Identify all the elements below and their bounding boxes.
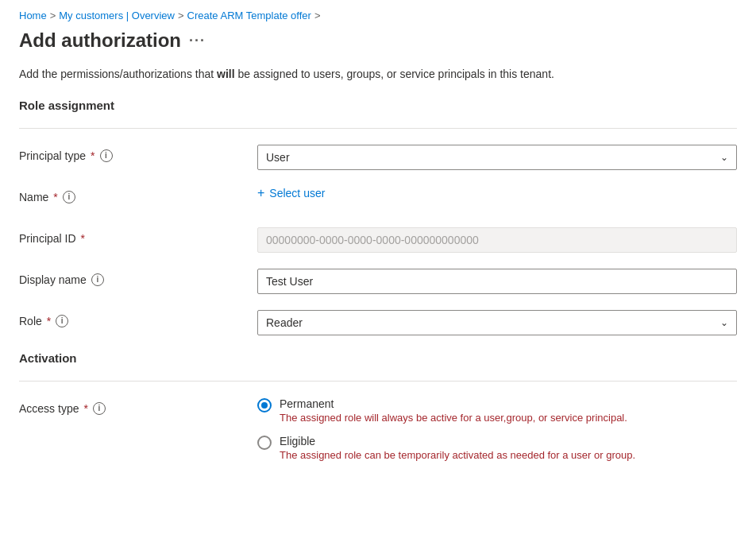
principal-type-label: Principal type xyxy=(19,149,86,162)
principal-id-field: 00000000-0000-0000-0000-000000000000 xyxy=(257,227,737,253)
access-type-label-col: Access type * i xyxy=(19,397,257,415)
role-info-icon[interactable]: i xyxy=(56,315,68,327)
page-title: Add authorization xyxy=(19,29,181,52)
display-name-row: Display name i xyxy=(19,269,737,294)
name-control: + Select user xyxy=(257,186,737,200)
breadcrumb: Home > My customers | Overview > Create … xyxy=(19,0,737,29)
breadcrumb-create[interactable]: Create ARM Template offer xyxy=(187,10,311,21)
principal-type-dropdown[interactable]: User ⌄ xyxy=(257,145,737,170)
breadcrumb-sep3: > xyxy=(314,10,321,21)
radio-eligible-label: Eligible xyxy=(280,435,635,447)
divider-activation xyxy=(19,381,737,382)
access-type-label: Access type xyxy=(19,402,79,415)
page-description: Add the permissions/authorizations that … xyxy=(19,66,737,83)
display-name-label-col: Display name i xyxy=(19,269,257,286)
principal-type-label-col: Principal type * i xyxy=(19,145,257,162)
access-type-required: * xyxy=(83,402,87,415)
radio-item-permanent: Permanent The assigned role will always … xyxy=(257,397,737,424)
display-name-info-icon[interactable]: i xyxy=(91,273,104,286)
radio-eligible-content: Eligible The assigned role can be tempor… xyxy=(280,435,635,461)
select-user-label: Select user xyxy=(269,187,325,199)
divider-role xyxy=(19,128,737,129)
role-required: * xyxy=(47,315,51,327)
role-dropdown[interactable]: Reader ⌄ xyxy=(257,310,737,335)
radio-permanent-circle[interactable] xyxy=(257,398,272,412)
radio-permanent-content: Permanent The assigned role will always … xyxy=(280,397,627,424)
access-type-control: Permanent The assigned role will always … xyxy=(257,397,737,461)
display-name-label: Display name xyxy=(19,273,87,286)
radio-item-eligible: Eligible The assigned role can be tempor… xyxy=(257,435,737,461)
display-name-input[interactable] xyxy=(257,269,737,294)
role-control: Reader ⌄ xyxy=(257,310,737,335)
radio-eligible-desc: The assigned role can be temporarily act… xyxy=(280,449,635,461)
display-name-control xyxy=(257,269,737,294)
principal-type-value: User xyxy=(266,151,290,164)
name-row: Name * i + Select user xyxy=(19,186,737,211)
page-menu-dots[interactable]: ··· xyxy=(189,33,206,49)
principal-type-control: User ⌄ xyxy=(257,145,737,170)
role-assignment-section: Role assignment Principal type * i User … xyxy=(19,99,737,335)
role-label-col: Role * i xyxy=(19,310,257,327)
principal-id-required: * xyxy=(81,232,85,245)
principal-type-required: * xyxy=(91,149,94,162)
name-label-col: Name * i xyxy=(19,186,257,203)
principal-id-label: Principal ID xyxy=(19,232,76,245)
breadcrumb-mycustomers[interactable]: My customers | Overview xyxy=(59,10,175,21)
principal-id-placeholder: 00000000-0000-0000-0000-000000000000 xyxy=(266,234,479,246)
access-type-info-icon[interactable]: i xyxy=(93,402,106,415)
role-assignment-title: Role assignment xyxy=(19,99,737,112)
select-user-button[interactable]: + Select user xyxy=(257,186,325,200)
role-label: Role xyxy=(19,315,42,327)
principal-id-row: Principal ID * 00000000-0000-0000-0000-0… xyxy=(19,227,737,253)
name-info-icon[interactable]: i xyxy=(63,191,75,203)
role-chevron-icon: ⌄ xyxy=(720,317,728,328)
page-header: Add authorization ··· xyxy=(19,29,737,52)
principal-id-label-col: Principal ID * xyxy=(19,227,257,245)
role-value: Reader xyxy=(266,316,303,329)
role-row: Role * i Reader ⌄ xyxy=(19,310,737,335)
breadcrumb-home[interactable]: Home xyxy=(19,10,47,21)
name-label: Name xyxy=(19,191,48,203)
breadcrumb-sep1: > xyxy=(50,10,56,21)
radio-permanent-label: Permanent xyxy=(280,397,627,410)
select-user-plus-icon: + xyxy=(257,186,264,200)
principal-type-row: Principal type * i User ⌄ xyxy=(19,145,737,170)
access-type-radio-group: Permanent The assigned role will always … xyxy=(257,397,737,461)
desc-prefix: Add the permissions/authorizations that xyxy=(19,68,217,80)
radio-permanent-desc: The assigned role will always be active … xyxy=(280,412,627,424)
activation-title: Activation xyxy=(19,351,737,365)
desc-suffix: be assigned to users, groups, or service… xyxy=(235,68,554,80)
radio-eligible-circle[interactable] xyxy=(257,436,272,450)
activation-section: Activation Access type * i Permanent The… xyxy=(19,351,737,461)
principal-type-chevron-icon: ⌄ xyxy=(720,152,728,163)
breadcrumb-sep2: > xyxy=(178,10,184,21)
name-required: * xyxy=(53,191,57,203)
desc-will: will xyxy=(217,68,235,80)
principal-id-control: 00000000-0000-0000-0000-000000000000 xyxy=(257,227,737,253)
principal-type-info-icon[interactable]: i xyxy=(100,149,113,162)
access-type-row: Access type * i Permanent The assigned r… xyxy=(19,397,737,461)
